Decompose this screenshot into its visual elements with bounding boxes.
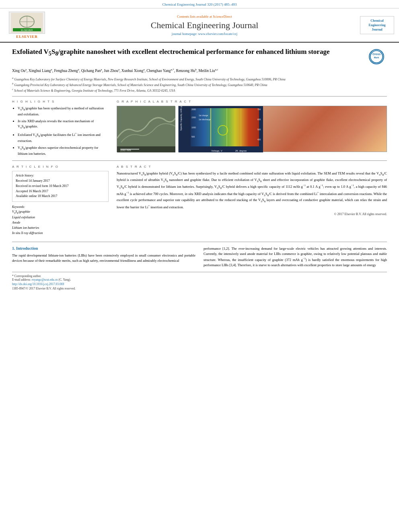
highlights-label: H I G H L I G H T S [12, 100, 109, 103]
svg-text:Cross: Cross [372, 53, 380, 56]
graphical-abstract-col: G R A P H I C A L A B S T R A C T 200 nm [117, 100, 387, 158]
cej-logo-box: Chemical Engineering Journal [360, 16, 394, 35]
highlight-item-1: V5S8/graphite has been synthesized by a … [18, 106, 109, 117]
keywords-list: V5S8/graphite Liquid exfoliation Anode L… [12, 210, 109, 236]
footnote-area: * Corresponding author. E-mail address: … [12, 272, 387, 290]
affiliation-c: c School of Materials Science & Engineer… [12, 87, 387, 93]
abstract-col: A B S T R A C T Nanostructured V5S8/grap… [117, 165, 387, 236]
highlight-item-2: In situ XRD analysis reveals the reactio… [18, 119, 109, 130]
section-divider-2 [12, 160, 387, 161]
graphical-abstract-area: 200 nm [117, 106, 387, 152]
journal-ref-text: Chemical Engineering Journal 320 (2017) … [162, 2, 237, 6]
intro-heading: 1. Introduction [12, 246, 195, 251]
intro-right-col: performance [1,2]. The ever-increasing d… [204, 246, 387, 268]
svg-text:2θ, degree: 2θ, degree [235, 150, 247, 152]
ga-sem-image: 200 nm [117, 106, 175, 152]
crossmark-image: Cross Mark [369, 49, 384, 64]
highlights-col: H I G H L I G H T S V5S8/graphite has be… [12, 100, 109, 158]
abstract-label: A B S T R A C T [117, 165, 387, 168]
date-available: Available online 18 March 2017 [16, 194, 105, 199]
svg-text:500: 500 [191, 136, 195, 138]
svg-rect-9 [117, 106, 175, 152]
highlight-item-4: V5S8/graphite shows superior electrochem… [18, 145, 109, 156]
corresponding-author-note: * Corresponding author. [12, 274, 387, 278]
article-info-abstract-section: A R T I C L E I N F O Article history: R… [12, 165, 387, 236]
article-history-label: Article history: [16, 174, 105, 177]
svg-text:1500: 1500 [191, 116, 196, 119]
issn-text: 1385-8947/© 2017 Elsevier B.V. All right… [12, 287, 387, 290]
journal-homepage-info: journal homepage: www.elsevier.com/locat… [49, 32, 360, 36]
svg-text:Mark: Mark [374, 56, 379, 59]
date-accepted: Accepted 16 March 2017 [16, 189, 105, 194]
journal-header: ELSEVIER ELSEVIER Contents lists availab… [0, 8, 399, 43]
keywords-label: Keywords: [12, 205, 109, 209]
svg-text:Specific Capacity, mAh g⁻¹: Specific Capacity, mAh g⁻¹ [180, 106, 182, 131]
copyright-text: © 2017 Elsevier B.V. All rights reserved… [117, 212, 387, 216]
introduction-section: 1. Introduction The rapid developmental … [12, 242, 387, 268]
section-divider-1 [12, 96, 387, 97]
intro-left-col: 1. Introduction The rapid developmental … [12, 246, 195, 268]
article-dates: Received 14 January 2017 Received in rev… [16, 179, 105, 199]
affiliations: a Guangzhou Key Laboratory for Surface C… [12, 76, 387, 93]
elsevier-image-placeholder: ELSEVIER [9, 12, 45, 34]
authors-line: Xing Oua, Xinghui Lianga, Fenghua Zhenga… [12, 68, 387, 74]
cej-right-logo: Chemical Engineering Journal [360, 16, 394, 35]
affiliation-b: b Guangdong Provincial Key Laboratory of… [12, 82, 387, 87]
keywords-section: Keywords: V5S8/graphite Liquid exfoliati… [12, 205, 109, 236]
highlights-graphical-section: H I G H L I G H T S V5S8/graphite has be… [12, 100, 387, 158]
article-info-col: A R T I C L E I N F O Article history: R… [12, 165, 109, 236]
highlights-list: V5S8/graphite has been synthesized by a … [12, 106, 109, 156]
journal-title: Chemical Engineering Journal [49, 20, 360, 31]
graphical-abstract-label: G R A P H I C A L A B S T R A C T [117, 100, 387, 103]
article-title-section: Exfoliated V5S8/graphite nanosheet with … [12, 47, 387, 64]
elsevier-logo-section: ELSEVIER ELSEVIER [5, 12, 49, 39]
article-title: Exfoliated V5S8/graphite nanosheet with … [12, 47, 365, 58]
journal-center-info: Contents lists available at ScienceDirec… [49, 14, 360, 36]
date-received: Received 14 January 2017 [16, 179, 105, 184]
affiliation-a: a Guangzhou Key Laboratory for Surface C… [12, 76, 387, 82]
svg-text:2000: 2000 [191, 108, 196, 111]
intro-left-text: The rapid developmental lithium-ion batt… [12, 253, 195, 263]
svg-text:500: 500 [257, 128, 261, 131]
ga-xrd-chart: Specific Capacity, mAh g⁻¹ Voltage, V 2θ… [178, 106, 387, 152]
introduction-two-col: 1. Introduction The rapid developmental … [12, 246, 387, 268]
doi-link[interactable]: http://dx.doi.org/10.1016/j.cej.2017.03.… [12, 282, 387, 286]
svg-text:600: 600 [257, 118, 261, 121]
svg-text:1st charge: 1st charge [199, 114, 208, 117]
svg-text:1st discharge: 1st discharge [199, 118, 211, 121]
crossmark-logo: Cross Mark [369, 49, 387, 64]
article-content: Exfoliated V5S8/graphite nanosheet with … [0, 43, 399, 295]
sciencedirect-label: Contents lists available at ScienceDirec… [49, 14, 360, 18]
svg-text:400: 400 [257, 138, 261, 141]
intro-right-text: performance [1,2]. The ever-increasing d… [204, 246, 387, 268]
journal-reference: Chemical Engineering Journal 320 (2017) … [0, 0, 399, 8]
article-info-label: A R T I C L E I N F O [12, 165, 109, 168]
highlight-item-3: Exfoliated V5S8/graphite facilitates the… [18, 131, 109, 144]
abstract-text: Nanostructured V5S8/graphite hybrid (V5S… [117, 171, 387, 210]
svg-text:ELSEVIER: ELSEVIER [21, 29, 33, 31]
svg-text:700: 700 [257, 108, 261, 111]
svg-text:Voltage, V: Voltage, V [211, 150, 222, 152]
date-revised: Received in revised form 10 March 2017 [16, 184, 105, 189]
article-history-box: Article history: Received 14 January 201… [12, 171, 109, 202]
svg-text:1000: 1000 [191, 126, 196, 129]
email-note: E-mail address: esyangc@scut.edu.cn (C. … [12, 278, 387, 281]
elsevier-brand-text: ELSEVIER [16, 35, 38, 39]
